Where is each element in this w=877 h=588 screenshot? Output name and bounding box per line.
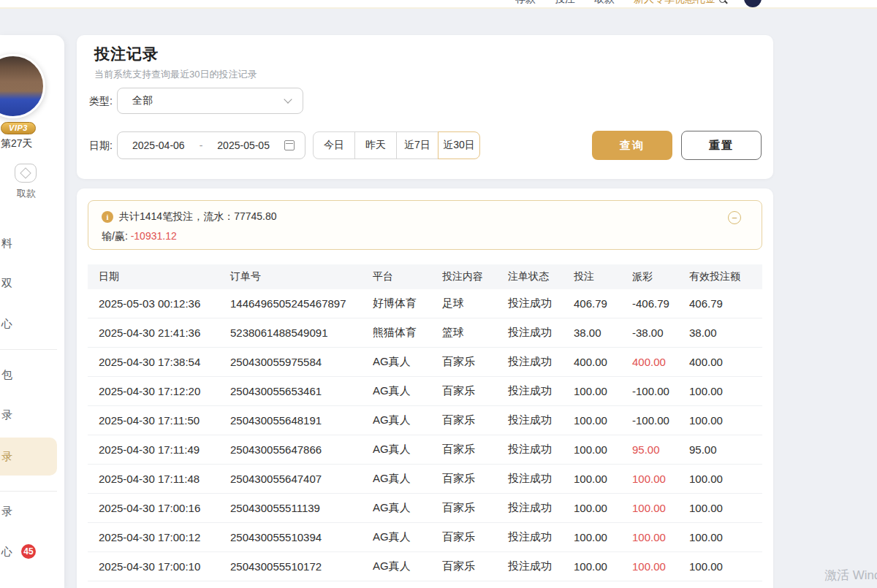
cell-valid: 100.00 (689, 473, 762, 485)
date-end-value: 2025-05-05 (217, 140, 270, 151)
cell-bet: 100.00 (574, 443, 632, 456)
cell-status: 投注成功 (508, 530, 574, 544)
sidebar: VIP3 第27天 取款 料双心 包录录 录心45 (0, 35, 64, 588)
sidebar-item-label: 包 (1, 368, 12, 382)
sidebar-item-label: 录 (1, 450, 12, 464)
type-select[interactable]: 全部 (117, 88, 303, 114)
cell-content: 百家乐 (442, 560, 508, 573)
windows-activation-watermark: 激活 Windows (824, 567, 877, 584)
cell-content: 百家乐 (442, 530, 508, 544)
cell-bet: 100.00 (574, 531, 632, 543)
cell-payout: 400.00 (632, 356, 689, 368)
cell-date: 2025-04-30 17:00:12 (99, 531, 230, 543)
table-row: 2025-04-30 17:00:10250430055510172AG真人百家… (88, 552, 762, 581)
cell-platform: AG真人 (373, 443, 442, 457)
cell-order: 250430055511139 (230, 502, 373, 514)
sidebar-item-label: 录 (1, 408, 12, 422)
sidebar-menu-top: 料双心 (0, 229, 57, 338)
table-row: 2025-04-30 17:00:12250430055510394AG真人百家… (88, 523, 762, 552)
cell-status: 投注成功 (508, 560, 574, 573)
sidebar-item-label: 心 (1, 317, 12, 331)
nav-item-0[interactable]: 存款 (515, 0, 536, 6)
sidebar-item[interactable]: 录 (0, 400, 57, 429)
withdraw-label: 取款 (10, 187, 42, 200)
sidebar-item[interactable]: 料 (0, 229, 57, 258)
table-row: 2025-04-30 17:12:20250430055653461AG真人百家… (88, 377, 762, 406)
user-avatar-small[interactable] (744, 0, 762, 7)
table-body: 2025-05-03 00:12:361446496505245467897好博… (88, 289, 762, 581)
date-range-input[interactable]: 2025-04-06 - 2025-05-05 (117, 131, 305, 159)
cell-content: 足球 (442, 297, 508, 310)
quick-range-button-2[interactable]: 近7日 (396, 131, 438, 159)
table-row: 2025-04-30 17:11:50250430055648191AG真人百家… (88, 406, 762, 435)
wallet-icon (15, 164, 37, 183)
calendar-icon[interactable] (284, 140, 295, 150)
sidebar-item[interactable]: 心45 (0, 537, 57, 566)
cell-content: 百家乐 (442, 501, 508, 515)
quick-range-button-3[interactable]: 近30日 (438, 131, 480, 159)
win-loss-value: -10931.12 (131, 230, 177, 242)
sidebar-item[interactable]: 双 (0, 269, 57, 298)
sidebar-item[interactable]: 录 (0, 497, 57, 526)
cell-platform: AG真人 (373, 355, 442, 369)
cell-payout: 100.00 (632, 531, 689, 543)
cell-order: 250430055647866 (230, 443, 373, 456)
sidebar-item[interactable]: 心 (0, 309, 57, 338)
nav-item-1[interactable]: 投注 (555, 0, 575, 6)
cell-date: 2025-05-03 00:12:36 (99, 297, 230, 310)
bet-records-table: 日期订单号平台投注内容注单状态投注派彩有效投注额 2025-05-03 00:1… (88, 264, 762, 581)
avatar[interactable] (0, 54, 45, 118)
summary-line2: 输/赢: -10931.12 (102, 230, 177, 243)
cell-date: 2025-04-30 17:00:10 (99, 560, 230, 573)
cell-date: 2025-04-30 17:11:48 (99, 473, 230, 485)
quick-range-button-1[interactable]: 昨天 (354, 131, 397, 159)
search-icon[interactable] (719, 0, 726, 3)
collapse-icon[interactable]: − (728, 211, 741, 224)
table-row: 2025-05-03 00:12:361446496505245467897好博… (88, 289, 762, 318)
cell-platform: AG真人 (373, 530, 442, 544)
column-header-order: 订单号 (230, 270, 373, 283)
sidebar-menu-bottom: 录心45 (0, 497, 57, 566)
cell-valid: 100.00 (689, 502, 762, 514)
date-separator: - (200, 140, 203, 151)
search-button[interactable]: 查询 (592, 131, 672, 160)
cell-platform: 好博体育 (373, 297, 442, 310)
table-header-row: 日期订单号平台投注内容注单状态投注派彩有效投注额 (88, 264, 762, 289)
page-subtitle: 当前系统支持查询最近30日的投注记录 (94, 68, 257, 81)
sidebar-item-label: 双 (1, 277, 12, 291)
column-header-bet: 投注 (574, 270, 632, 283)
cell-platform: AG真人 (373, 384, 442, 398)
cell-payout: 100.00 (632, 502, 689, 514)
sidebar-item[interactable]: 录 (0, 438, 57, 476)
win-loss-label: 输/赢: (102, 230, 131, 242)
nav-item-2[interactable]: 取款 (594, 0, 615, 6)
sidebar-item[interactable]: 包 (0, 360, 57, 389)
cell-bet: 100.00 (574, 414, 632, 427)
cell-status: 投注成功 (508, 443, 574, 457)
topbar-nav: 存款 投注 取款 新人专享优惠礼金 (515, 0, 726, 8)
cell-status: 投注成功 (508, 501, 574, 515)
column-header-status: 注单状态 (508, 270, 574, 283)
topbar-promo-link[interactable]: 新人专享优惠礼金 (634, 0, 726, 6)
cell-content: 百家乐 (442, 413, 508, 427)
cell-order: 5238061488549091 (230, 327, 373, 339)
cell-date: 2025-04-30 17:12:20 (99, 385, 230, 397)
cell-platform: AG真人 (373, 413, 442, 427)
cell-bet: 400.00 (574, 356, 632, 368)
table-row: 2025-04-30 17:00:16250430055511139AG真人百家… (88, 494, 762, 523)
quick-range-button-0[interactable]: 今日 (313, 131, 355, 159)
vip-day-label: 第27天 (1, 137, 33, 150)
vip-badge: VIP3 (1, 122, 36, 134)
column-header-date: 日期 (99, 270, 230, 283)
withdraw-button[interactable]: 取款 (10, 161, 42, 199)
cell-payout: 100.00 (632, 560, 689, 573)
cell-bet: 100.00 (574, 473, 632, 485)
results-card: i 共计1414笔投注，流水：77745.80 输/赢: -10931.12 −… (77, 188, 773, 588)
cell-status: 投注成功 (508, 384, 574, 398)
cell-order: 1446496505245467897 (230, 297, 373, 310)
cell-valid: 100.00 (689, 560, 762, 573)
reset-button[interactable]: 重置 (681, 131, 762, 160)
cell-date: 2025-04-30 17:11:50 (99, 414, 230, 427)
cell-status: 投注成功 (508, 413, 574, 427)
summary-total-text: 共计1414笔投注，流水：77745.80 (119, 210, 277, 224)
